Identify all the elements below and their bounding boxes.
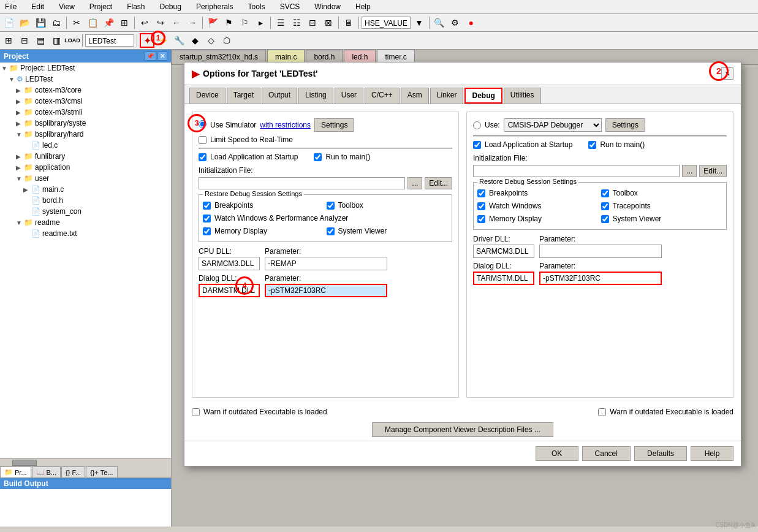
undo-btn[interactable]: ↩ — [137, 15, 152, 30]
menu-svcs[interactable]: SVCS — [278, 1, 303, 12]
gem-btn[interactable]: ◆ — [188, 33, 202, 48]
search-btn[interactable]: 🔍 — [432, 15, 447, 30]
tracepoints-checkbox[interactable] — [601, 202, 609, 210]
tab-output[interactable]: Output — [262, 88, 297, 104]
memory-display-checkbox-right[interactable] — [477, 215, 485, 223]
tree-item-bsp-syste[interactable]: ▶ 📁 bsplibrary/syste — [15, 118, 171, 129]
driver-dll-input[interactable] — [473, 245, 534, 258]
init-file-edit-btn-right[interactable]: Edit... — [699, 165, 727, 177]
manage-component-btn[interactable]: Manage Component Viewer Description File… — [372, 422, 553, 437]
menu-tools[interactable]: Tools — [246, 1, 268, 12]
bookmark2-btn[interactable]: ⚑ — [221, 15, 236, 30]
hse-dropdown[interactable]: ▼ — [412, 15, 426, 30]
open-btn[interactable]: 📂 — [17, 15, 32, 30]
back-btn[interactable]: ← — [169, 15, 184, 30]
tree-item-user[interactable]: ▼ 📁 user — [15, 173, 171, 184]
menu-peripherals[interactable]: Peripherals — [194, 1, 236, 12]
tree-item-application[interactable]: ▶ 📁 application — [15, 162, 171, 173]
menu-view[interactable]: View — [56, 1, 77, 12]
limit-speed-checkbox[interactable] — [199, 136, 207, 144]
warn-checkbox-left[interactable] — [192, 408, 200, 416]
menu-debug[interactable]: Debug — [157, 1, 184, 12]
menu-edit[interactable]: Edit — [29, 1, 47, 12]
toolbox-checkbox-right[interactable] — [601, 189, 609, 197]
chip-btn[interactable]: ⬡ — [219, 33, 234, 48]
tree-item-readme-txt[interactable]: 📄 readme.txt — [22, 228, 171, 239]
tab-linker[interactable]: Linker — [430, 88, 464, 104]
tree-item-readme[interactable]: ▼ 📁 readme — [15, 217, 171, 228]
left-settings-btn[interactable]: Settings — [314, 118, 354, 132]
cpu-param-input[interactable] — [265, 257, 387, 270]
init-file-browse-btn-right[interactable]: ... — [682, 165, 697, 177]
tab-templates[interactable]: {}+ Te... — [86, 466, 117, 477]
dialog-param-input-right[interactable] — [539, 272, 662, 285]
dialog-dll-input-right[interactable] — [473, 272, 534, 285]
right-settings-btn[interactable]: Settings — [605, 118, 645, 132]
bookmark-btn[interactable]: 🚩 — [205, 15, 220, 30]
tab-debug[interactable]: Debug — [464, 88, 502, 104]
menu-file[interactable]: File — [2, 1, 19, 12]
bookmark4-btn[interactable]: ▸ — [253, 15, 268, 30]
format-btn[interactable]: ⊟ — [305, 15, 320, 30]
ok-btn[interactable]: OK — [536, 446, 578, 461]
watch-windows-checkbox-right[interactable] — [477, 202, 485, 210]
tree-item-cortex-core[interactable]: ▶ 📁 cotex-m3/core — [15, 85, 171, 96]
bookmark3-btn[interactable]: ⚐ — [237, 15, 252, 30]
tab-asm[interactable]: Asm — [401, 88, 429, 104]
tab-target[interactable]: Target — [227, 88, 260, 104]
tree-item-bsp-hard[interactable]: ▼ 📁 bsplibrary/hard — [15, 129, 171, 140]
dialog-close-btn[interactable]: × — [721, 67, 733, 80]
paste-btn[interactable]: 📌 — [101, 15, 116, 30]
grid-btn[interactable]: ⊞ — [1, 33, 16, 48]
init-file-browse-btn[interactable]: ... — [407, 177, 422, 189]
tree-item-main-c[interactable]: ▶ 📄 main.c — [22, 184, 171, 195]
use-simulator-radio[interactable] — [199, 120, 207, 128]
load-app-checkbox[interactable] — [199, 153, 207, 161]
tab-user[interactable]: User — [335, 88, 363, 104]
tree-item-led-c[interactable]: 📄 led.c — [22, 140, 171, 151]
grid4-btn[interactable]: ▥ — [49, 33, 64, 48]
cpu-dll-input[interactable] — [199, 257, 260, 270]
debugger-dropdown[interactable]: CMSIS-DAP Debugger — [504, 118, 602, 132]
monitor-btn[interactable]: 🖥 — [341, 15, 356, 30]
memory-display-checkbox-left[interactable] — [203, 227, 211, 235]
comment-btn[interactable]: ⊠ — [321, 15, 336, 30]
hscroll-thumb[interactable] — [12, 460, 37, 466]
use-debugger-radio[interactable] — [473, 121, 481, 129]
menu-window[interactable]: Window — [312, 1, 343, 12]
tab-project[interactable]: 📁 Pr... — [0, 466, 31, 477]
magic-wand-btn[interactable]: ✦ — [140, 33, 154, 48]
init-file-edit-btn[interactable]: Edit... — [425, 177, 452, 189]
project-hscroll[interactable] — [0, 458, 171, 466]
cut-btn[interactable]: ✂ — [69, 15, 84, 30]
save-btn[interactable]: 💾 — [33, 15, 48, 30]
redo-btn[interactable]: ↪ — [153, 15, 168, 30]
dialog-param-input-left[interactable] — [265, 284, 387, 297]
tree-item-cortex-stmli[interactable]: ▶ 📁 cotex-m3/stmli — [15, 107, 171, 118]
breakpoints-checkbox-left[interactable] — [203, 202, 211, 210]
tab-listing[interactable]: Listing — [298, 88, 333, 104]
tree-item-ledtest[interactable]: ▼ ⚙ LEDTest — [7, 74, 171, 85]
component-btn[interactable]: 🔧 — [172, 33, 186, 48]
load-app-checkbox-right[interactable] — [473, 141, 481, 149]
cancel-btn[interactable]: Cancel — [582, 446, 631, 461]
dialog-dll-input-left[interactable] — [199, 284, 260, 297]
indent-btn[interactable]: ☰ — [273, 15, 288, 30]
stop-btn[interactable]: ● — [464, 15, 479, 30]
forward-btn[interactable]: → — [185, 15, 200, 30]
run-to-main-checkbox[interactable] — [314, 153, 322, 161]
help-btn[interactable]: Help — [691, 446, 733, 461]
tab-books[interactable]: 📖 B... — [32, 466, 61, 477]
plugin-btn[interactable]: ⚡ — [156, 33, 170, 48]
tab-utilities[interactable]: Utilities — [504, 88, 541, 104]
project-pin-btn[interactable]: 📌 — [144, 51, 156, 61]
tab-device[interactable]: Device — [189, 88, 226, 104]
save-all-btn[interactable]: 🗂 — [49, 15, 64, 30]
run-to-main-checkbox-right[interactable] — [588, 141, 596, 149]
load-btn[interactable]: LOAD — [65, 33, 80, 48]
menu-help[interactable]: Help — [353, 1, 373, 12]
menu-project[interactable]: Project — [87, 1, 115, 12]
init-file-input-right[interactable] — [473, 165, 680, 177]
new-file-btn[interactable]: 📄 — [1, 15, 16, 30]
driver-param-input[interactable] — [539, 245, 662, 258]
